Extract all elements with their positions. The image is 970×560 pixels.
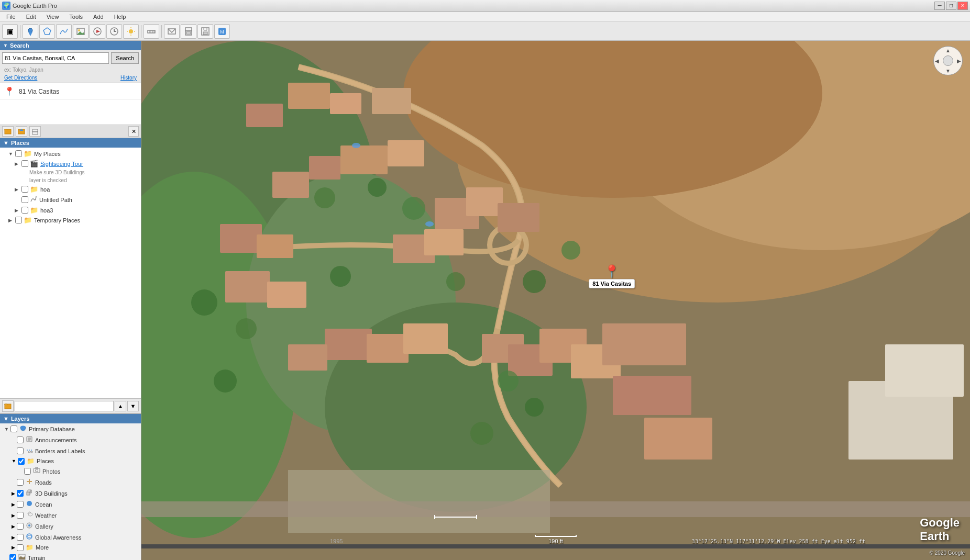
menu-item-add[interactable]: Add [91, 13, 106, 21]
tree-item-temporary-places[interactable]: ▶ 📁 Temporary Places [0, 215, 141, 225]
search-result-item[interactable]: 📍 81 Via Casitas [0, 83, 141, 100]
places-new-folder-button[interactable] [2, 126, 14, 137]
tree-item-sightseeing-tour[interactable]: ▶ 🎬 Sightseeing Tour [0, 159, 141, 169]
menu-item-view[interactable]: View [45, 13, 61, 21]
minimize-button[interactable]: ─ [934, 2, 945, 10]
tree-item-my-places[interactable]: ▼ 📁 My Places [0, 149, 141, 159]
record-tour-button[interactable] [90, 24, 105, 39]
add-path-button[interactable] [56, 24, 72, 39]
history-link[interactable]: History [120, 75, 137, 81]
window-controls[interactable]: ─ □ ✕ [934, 2, 968, 10]
historical-imagery-button[interactable] [106, 24, 122, 39]
layer-check-roads[interactable] [17, 479, 24, 486]
tree-item-hoa3[interactable]: ▶ 📁 hoa3 [0, 205, 141, 215]
toolbar-separator-1 [20, 25, 20, 38]
sidebar-toggle-button[interactable]: ▣ [2, 24, 18, 39]
ruler-button[interactable] [144, 24, 159, 39]
places-folder-icon[interactable] [2, 400, 14, 412]
tree-item-untitled-path[interactable]: ▶ Untitled Path [0, 194, 141, 205]
nav-west-button[interactable]: ◀ [935, 58, 939, 64]
svg-point-106 [214, 369, 237, 393]
menu-item-file[interactable]: File [4, 13, 18, 21]
places-move-up-button[interactable] [16, 126, 27, 137]
get-directions-link[interactable]: Get Directions [4, 75, 37, 81]
layer-item-3d-buildings[interactable]: ▶ 3D Buildings [0, 488, 141, 499]
layer-item-borders-labels[interactable]: ▶ ABC Borders and Labels [0, 445, 141, 456]
tree-check-hoa3[interactable] [21, 207, 28, 214]
tree-label-sightseeing[interactable]: Sightseeing Tour [40, 161, 83, 167]
layer-label-ocean: Ocean [35, 501, 52, 508]
add-polygon-button[interactable] [39, 24, 55, 39]
layer-check-primary-db[interactable] [10, 425, 17, 432]
places-print-button[interactable] [29, 126, 41, 137]
layer-check-ocean[interactable] [17, 501, 24, 508]
layer-item-global-awareness[interactable]: ▶ Global Awareness [0, 532, 141, 543]
layer-label-terrain: Terrain [28, 555, 46, 561]
places-search-down-button[interactable]: ▼ [127, 401, 139, 411]
email-button[interactable] [164, 24, 180, 39]
layer-label-announcements: Announcements [35, 437, 77, 443]
layer-check-weather[interactable] [17, 512, 24, 519]
places-search-up-button[interactable]: ▲ [115, 401, 126, 411]
add-placemark-button[interactable] [23, 24, 38, 39]
tree-item-hoa[interactable]: ▶ 📁 hoa [0, 184, 141, 194]
scale-label: 190 ft [548, 538, 563, 544]
menu-item-edit[interactable]: Edit [24, 13, 38, 21]
nav-south-button[interactable]: ▼ [945, 68, 951, 74]
layer-item-primary-db[interactable]: ▼ Primary Database [0, 423, 141, 434]
navigation-control[interactable]: ▲ ▼ ▶ ◀ [933, 46, 965, 77]
places-header: ▼ Places [0, 138, 141, 148]
svg-rect-79 [424, 229, 464, 255]
map-area[interactable]: 1995 📍 81 Via Casitas ▲ ▼ ▶ ◀ 190 ft Goo… [141, 41, 970, 560]
close-button[interactable]: ✕ [957, 2, 968, 10]
layer-check-global-awareness[interactable] [17, 534, 24, 541]
nav-north-button[interactable]: ▲ [945, 48, 951, 53]
layer-item-places[interactable]: ▼ 📁 Places [0, 456, 141, 466]
add-image-overlay-button[interactable] [73, 24, 89, 39]
search-input[interactable] [2, 52, 109, 64]
layer-check-terrain[interactable] [9, 554, 16, 560]
nav-center-button[interactable] [943, 55, 953, 66]
tree-check-untitled-path[interactable] [21, 196, 28, 203]
layer-item-more[interactable]: ▶ 📁 More [0, 543, 141, 552]
layer-item-ocean[interactable]: ▶ Ocean [0, 499, 141, 510]
sunlight-button[interactable] [123, 24, 139, 39]
layer-item-weather[interactable]: ▶ Weather [0, 510, 141, 521]
layer-item-terrain[interactable]: ▶ Terrain [0, 552, 141, 560]
tree-check-my-places[interactable] [15, 150, 22, 157]
nav-east-button[interactable]: ▶ [957, 58, 961, 64]
menu-item-tools[interactable]: Tools [67, 13, 85, 21]
svg-point-104 [191, 289, 217, 316]
layer-item-roads[interactable]: ▶ Roads [0, 477, 141, 488]
tree-check-temporary[interactable] [15, 217, 22, 223]
maximize-button[interactable]: □ [946, 2, 956, 10]
svg-text:M: M [220, 29, 224, 35]
save-image-button[interactable] [197, 24, 213, 39]
map-pin[interactable]: 📍 81 Via Casitas [589, 264, 635, 288]
layer-check-3d-buildings[interactable] [17, 490, 24, 497]
tree-check-sightseeing[interactable] [21, 160, 28, 167]
search-button[interactable]: Search [111, 52, 139, 64]
print-button[interactable] [181, 24, 196, 39]
layer-item-announcements[interactable]: ▶ Announcements [0, 434, 141, 445]
places-search-input[interactable] [15, 401, 114, 411]
layer-check-gallery[interactable] [17, 523, 24, 530]
layer-check-announcements[interactable] [17, 436, 24, 443]
layer-check-photos[interactable] [24, 468, 31, 475]
layer-check-places[interactable] [18, 458, 25, 465]
layer-check-more[interactable] [17, 544, 24, 551]
tree-check-hoa[interactable] [21, 186, 28, 193]
search-links: Get Directions History [0, 74, 141, 83]
places-close-button[interactable]: ✕ [128, 126, 139, 137]
copyright-text: Google Earth © 2020 Google [930, 550, 965, 556]
layers-expand-arrow[interactable]: ▼ [3, 416, 9, 422]
places-expand-arrow[interactable]: ▼ [3, 140, 9, 146]
menu-item-help[interactable]: Help [112, 13, 128, 21]
layer-item-photos[interactable]: ▶ Photos [0, 466, 141, 477]
search-header: ▼ Search [0, 41, 141, 50]
search-expand-arrow[interactable]: ▼ [3, 43, 8, 48]
google-maps-button[interactable]: M [214, 24, 230, 39]
nav-ring[interactable]: ▲ ▼ ▶ ◀ [933, 46, 963, 75]
layer-check-borders-labels[interactable] [17, 447, 24, 454]
layer-item-gallery[interactable]: ▶ Gallery [0, 521, 141, 532]
